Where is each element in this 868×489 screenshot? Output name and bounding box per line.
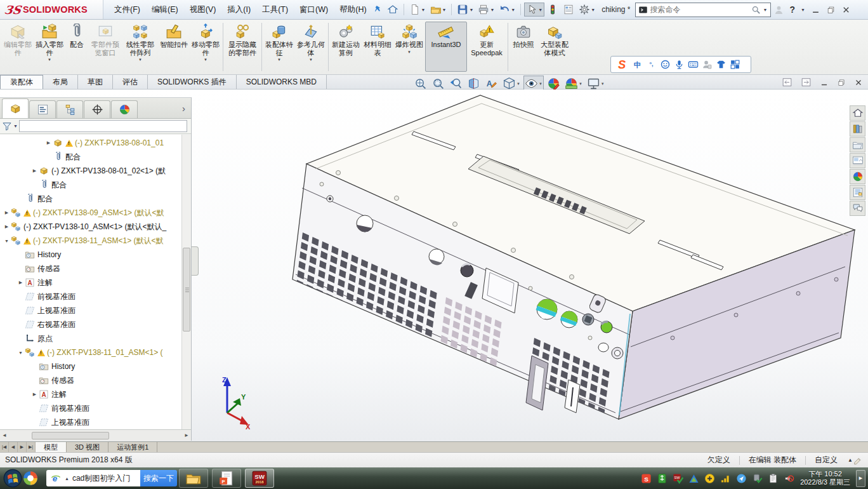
- tree-expand-arrow[interactable]: ▶: [3, 210, 11, 215]
- taskpane-home[interactable]: [850, 105, 865, 121]
- tree-item[interactable]: 前视基准面: [0, 290, 181, 304]
- tree-expand-arrow[interactable]: ▼: [16, 351, 25, 355]
- model-tab-0[interactable]: 模型: [36, 442, 67, 452]
- ribbon-dropdown-caret[interactable]: ▼: [407, 50, 411, 54]
- panel-tab-featuremanager[interactable]: [2, 98, 29, 118]
- edit-appearance-icon[interactable]: [547, 77, 560, 90]
- ribbon-instant3d-button[interactable]: Instant3D: [425, 22, 467, 72]
- previous-view-icon[interactable]: [449, 77, 463, 90]
- taskpane-forum[interactable]: [850, 201, 865, 216]
- tree-item[interactable]: 前视基准面: [0, 401, 181, 415]
- tree-expand-arrow[interactable]: ▶: [3, 224, 11, 229]
- tree-item[interactable]: ▶!(-) ZXKT-PV138-09_ASM<1> (默认<默: [0, 206, 181, 220]
- menu-help[interactable]: 帮助(H): [334, 2, 372, 18]
- smart-fasteners-icon[interactable]: [166, 23, 182, 40]
- display-settings-icon[interactable]: [563, 4, 574, 15]
- ribbon-linear-pattern-button[interactable]: 线性零部件阵列▼: [122, 22, 158, 72]
- tray-sw-ok-icon[interactable]: SW: [673, 473, 683, 484]
- rp-design-library-icon[interactable]: [852, 123, 864, 135]
- search-dropdown-caret[interactable]: ▼: [763, 8, 768, 12]
- tray-usb-ok-icon[interactable]: [752, 473, 763, 484]
- ime-soft-keyboard-icon[interactable]: [688, 59, 699, 70]
- rp-file-explorer-icon[interactable]: [852, 139, 864, 151]
- ribbon-bom-button[interactable]: 材料明细表: [362, 22, 393, 72]
- magnifier-icon[interactable]: [751, 5, 761, 15]
- tb-explorer-icon[interactable]: [185, 470, 202, 486]
- ribbon-dropdown-caret[interactable]: ▼: [48, 58, 51, 62]
- menu-edit[interactable]: 编辑(E): [146, 2, 184, 18]
- displaymanager-icon[interactable]: [119, 104, 131, 116]
- taskpane-custom-properties[interactable]: [850, 185, 865, 200]
- taskpane-appearances[interactable]: [850, 169, 865, 184]
- horizontal-scroll-thumb[interactable]: [32, 432, 109, 439]
- tree-item[interactable]: 上视基准面: [0, 415, 181, 429]
- panel-tab-propertymanager[interactable]: [29, 100, 56, 118]
- hide-show-items-icon[interactable]: [525, 77, 538, 90]
- rp-appearances-icon[interactable]: [852, 171, 864, 182]
- home-icon[interactable]: [387, 4, 398, 15]
- tray-signal-icon[interactable]: [720, 473, 731, 484]
- tree-item[interactable]: ▶!(-) ZXKT-PV138-08-01_01: [0, 136, 181, 150]
- ime-emoji-icon[interactable]: [660, 59, 671, 70]
- menu-insert[interactable]: 插入(I): [221, 2, 256, 18]
- tab-assembly[interactable]: 装配体: [0, 75, 43, 89]
- start-button[interactable]: [3, 469, 22, 488]
- tab-solidworks-addins[interactable]: SOLIDWORKS 插件: [148, 75, 237, 89]
- exploded-view-icon[interactable]: [401, 23, 418, 40]
- ime-account-icon[interactable]: [702, 59, 713, 70]
- tree-item[interactable]: ▶(-) ZXKT-PV138-10_ASM<1> (默认<默认_: [0, 220, 181, 234]
- large-assembly-icon[interactable]: [546, 23, 563, 40]
- ribbon-dropdown-caret[interactable]: ▼: [309, 58, 313, 62]
- view-orientation-icon[interactable]: [503, 77, 516, 90]
- apply-scene-icon[interactable]: [565, 77, 578, 90]
- dimxpertmanager-icon[interactable]: [91, 104, 103, 116]
- options-icon[interactable]: [579, 4, 590, 15]
- filter-caret[interactable]: ▼: [13, 124, 18, 128]
- annotation-view-icon[interactable]: A: [485, 77, 498, 90]
- ribbon-motion-study-button[interactable]: 新建运动算例: [330, 22, 362, 72]
- menu-tools[interactable]: 工具(T): [256, 2, 294, 18]
- tab-sketch[interactable]: 草图: [78, 75, 113, 89]
- tree-item[interactable]: 右视基准面: [0, 318, 181, 332]
- ribbon-mate-button[interactable]: 配合: [65, 22, 88, 72]
- tree-horizontal-scrollbar[interactable]: ◄ ►: [0, 429, 191, 441]
- tree-item[interactable]: 上视基准面: [0, 304, 181, 318]
- model-tab-2[interactable]: 运动算例1: [109, 442, 157, 452]
- panel-tab-displaymanager[interactable]: [111, 100, 138, 118]
- scroll-right-arrow[interactable]: ►: [182, 432, 191, 438]
- tree-item[interactable]: ▼!(-) ZXKT-PV138-11_01_ASM<1> (: [0, 345, 181, 359]
- tree-item[interactable]: ▶A注解: [0, 387, 181, 401]
- select-cursor-button[interactable]: ▼: [524, 3, 544, 17]
- view-settings-icon[interactable]: [587, 77, 600, 90]
- ribbon-show-hidden-button[interactable]: 显示隐藏的零部件: [225, 22, 260, 72]
- ribbon-dropdown-caret[interactable]: ▼: [277, 58, 281, 62]
- panel-tab-configurationmanager[interactable]: [56, 100, 83, 118]
- open-button[interactable]: ▼: [428, 3, 449, 17]
- tree-item[interactable]: History: [0, 248, 181, 262]
- tree-filter-input[interactable]: [19, 120, 187, 132]
- save-button[interactable]: ▼: [455, 3, 475, 17]
- print-icon[interactable]: [478, 4, 489, 15]
- tree-item[interactable]: 配合: [0, 192, 181, 206]
- tb-wps-doc-icon[interactable]: P: [218, 470, 235, 486]
- ribbon-update-speedpak-button[interactable]: !更新 Speedpak: [467, 22, 506, 72]
- rp-home-icon[interactable]: [852, 107, 864, 119]
- save-icon[interactable]: [457, 4, 468, 15]
- menu-view[interactable]: 视图(V): [184, 2, 222, 18]
- model-tab-nav[interactable]: |◀: [0, 442, 9, 452]
- configurationmanager-icon[interactable]: [64, 104, 76, 116]
- move-component-icon[interactable]: [197, 23, 214, 40]
- bom-icon[interactable]: [369, 23, 386, 40]
- funnel-icon[interactable]: [2, 121, 12, 131]
- ime-chinese-mode-icon[interactable]: 中: [632, 59, 643, 70]
- tray-volume-muted-icon[interactable]: [784, 473, 794, 484]
- menu-window[interactable]: 窗口(W): [294, 2, 334, 18]
- insert-component-icon[interactable]: [41, 23, 58, 40]
- custom-status-caret[interactable]: ▲: [848, 457, 853, 463]
- taskbar-search-query[interactable]: cad制图初学入门: [72, 473, 130, 484]
- win-min-icon[interactable]: [820, 78, 829, 87]
- status-note-icon[interactable]: [853, 455, 863, 466]
- model-tab-nav[interactable]: ◀: [9, 442, 18, 452]
- ribbon-assembly-features-button[interactable]: 装配体特征▼: [263, 22, 295, 72]
- motion-study-icon[interactable]: [338, 23, 354, 40]
